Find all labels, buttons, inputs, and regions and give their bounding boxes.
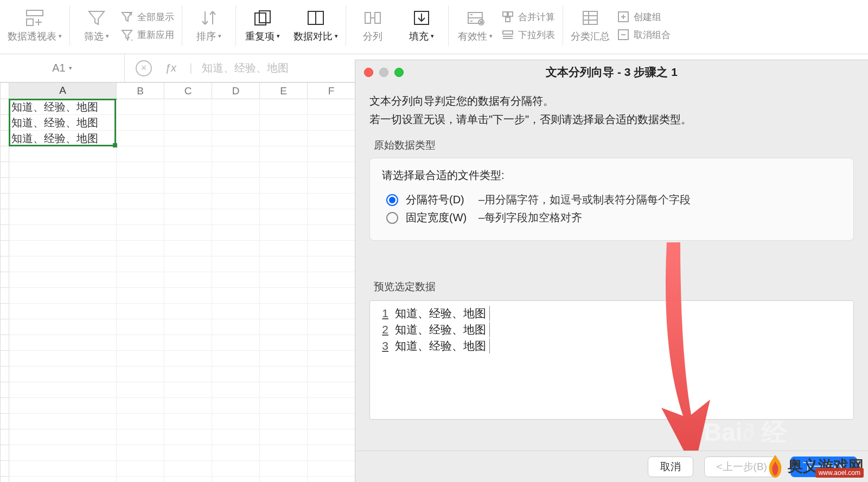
cell[interactable] — [117, 398, 164, 414]
row-header[interactable] — [1, 115, 9, 131]
row-header[interactable] — [1, 194, 9, 209]
cell[interactable] — [164, 146, 212, 162]
column-header[interactable]: E — [260, 83, 308, 99]
cell[interactable] — [260, 304, 308, 319]
cell[interactable] — [308, 477, 355, 483]
row-header[interactable] — [1, 461, 9, 477]
dropdown-list-button[interactable]: 下拉列表 — [502, 29, 555, 41]
cell[interactable] — [260, 414, 308, 429]
cell[interactable]: 知道、经验、地图 — [9, 131, 117, 146]
cell[interactable] — [260, 225, 308, 241]
cell[interactable] — [117, 209, 164, 225]
cell[interactable] — [308, 209, 355, 225]
cell[interactable] — [308, 256, 355, 272]
cell[interactable] — [9, 445, 117, 461]
cell[interactable] — [212, 367, 260, 382]
sort-button[interactable]: 排序▾ — [190, 9, 228, 43]
cell[interactable] — [164, 162, 212, 178]
cell[interactable] — [117, 146, 164, 162]
row-header[interactable] — [1, 477, 9, 483]
cell[interactable] — [308, 194, 355, 209]
cell[interactable] — [212, 335, 260, 351]
data-compare-button[interactable]: 数据对比▾ — [293, 9, 338, 43]
cell[interactable] — [164, 241, 212, 256]
cell[interactable]: 知道、经验、地图 — [9, 99, 117, 115]
cell[interactable] — [9, 304, 117, 319]
cell[interactable] — [212, 477, 260, 483]
cell[interactable] — [9, 162, 117, 178]
cell[interactable] — [164, 225, 212, 241]
row-header[interactable] — [1, 209, 9, 225]
radio-icon[interactable] — [386, 194, 398, 206]
cell[interactable] — [164, 194, 212, 209]
reapply-button[interactable]: 重新应用 — [121, 29, 174, 41]
ungroup-button[interactable]: 取消组合 — [617, 29, 671, 41]
radio-delimited[interactable]: 分隔符号(D) –用分隔字符，如逗号或制表符分隔每个字段 — [386, 192, 841, 207]
cell[interactable] — [164, 351, 212, 367]
cell[interactable] — [212, 272, 260, 288]
cell[interactable] — [260, 178, 308, 194]
cell[interactable] — [117, 256, 164, 272]
cell[interactable] — [212, 209, 260, 225]
row-header[interactable] — [1, 304, 9, 319]
dialog-titlebar[interactable]: 文本分列向导 - 3 步骤之 1 — [355, 60, 868, 84]
cell[interactable] — [117, 319, 164, 335]
row-header[interactable] — [1, 241, 9, 256]
cell[interactable] — [117, 367, 164, 382]
cell[interactable] — [164, 272, 212, 288]
row-header[interactable] — [1, 99, 9, 115]
cell[interactable] — [260, 461, 308, 477]
row-header[interactable] — [1, 429, 9, 445]
column-header[interactable]: D — [212, 83, 260, 99]
cell[interactable] — [164, 209, 212, 225]
row-header[interactable] — [1, 445, 9, 461]
cell[interactable] — [308, 304, 355, 319]
cell[interactable] — [260, 319, 308, 335]
cell[interactable] — [117, 131, 164, 146]
cell[interactable] — [9, 209, 117, 225]
cell[interactable] — [212, 414, 260, 429]
name-box[interactable]: A1 ▾ — [0, 54, 125, 82]
cell[interactable] — [308, 131, 355, 146]
formula-input[interactable]: 知道、经验、地图 — [202, 61, 289, 75]
radio-fixed-width[interactable]: 固定宽度(W) –每列字段加空格对齐 — [386, 210, 841, 225]
cell[interactable] — [260, 288, 308, 304]
cell[interactable] — [117, 461, 164, 477]
cell[interactable] — [260, 131, 308, 146]
cell[interactable] — [260, 367, 308, 382]
cell[interactable] — [212, 351, 260, 367]
cell[interactable] — [164, 367, 212, 382]
row-header[interactable] — [1, 319, 9, 335]
next-step-button[interactable]: 下一步(N — [790, 457, 857, 477]
cell[interactable] — [164, 99, 212, 115]
validation-button[interactable]: 有效性▾ — [456, 9, 494, 43]
cell[interactable] — [260, 398, 308, 414]
cell[interactable] — [308, 272, 355, 288]
cell[interactable] — [308, 288, 355, 304]
cell[interactable] — [117, 304, 164, 319]
cell[interactable] — [308, 115, 355, 131]
row-header[interactable] — [1, 367, 9, 382]
cell[interactable] — [260, 335, 308, 351]
cell[interactable] — [260, 382, 308, 398]
radio-icon[interactable] — [386, 212, 398, 224]
cell[interactable] — [260, 146, 308, 162]
cell[interactable] — [164, 304, 212, 319]
cell[interactable] — [308, 146, 355, 162]
cell[interactable] — [260, 194, 308, 209]
cell[interactable] — [308, 367, 355, 382]
cell[interactable] — [260, 241, 308, 256]
cell[interactable] — [164, 429, 212, 445]
cell[interactable] — [260, 115, 308, 131]
row-header[interactable] — [1, 256, 9, 272]
cell[interactable] — [308, 99, 355, 115]
cell[interactable] — [260, 272, 308, 288]
cell[interactable] — [308, 319, 355, 335]
cell[interactable] — [212, 304, 260, 319]
column-header[interactable]: C — [164, 83, 212, 99]
cell[interactable] — [308, 429, 355, 445]
pivot-table-button[interactable]: 数据透视表▾ — [8, 9, 62, 43]
cell[interactable] — [260, 99, 308, 115]
cell[interactable] — [212, 225, 260, 241]
cell[interactable] — [9, 272, 117, 288]
